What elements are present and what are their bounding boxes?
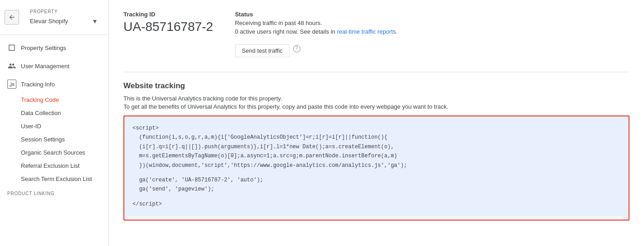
code-line-2: (function(i,s,o,g,r,a,m){i['GoogleAnalyt… [133,133,620,142]
code-line-3: (i[r].q=i[r].q||[]).push(arguments)},i[r… [133,142,620,151]
website-tracking-title: Website tracking [123,81,629,90]
sidebar-nav: Property Settings User Management .js Tr… [0,39,108,246]
code-gap-1 [133,170,620,176]
sidebar-item-property-settings[interactable]: Property Settings [0,39,108,57]
code-line-8: </script> [133,200,620,209]
tracking-code-box[interactable]: <script> (function(i,s,o,g,r,a,m){i['Goo… [124,116,629,216]
code-line-7: ga('send', 'pageview'); [133,185,620,194]
square-icon [7,43,16,52]
code-resize-handle[interactable]: ⋯ [124,216,629,220]
status-line2: 0 active users right now. See details in… [235,28,398,35]
website-tracking-section: Website tracking This is the Universal A… [123,81,629,221]
website-tracking-desc1: This is the Universal Analytics tracking… [123,95,629,102]
real-time-traffic-link[interactable]: real-time traffic reports. [337,28,397,35]
code-line-1: <script> [133,124,620,133]
code-box-wrapper: <script> (function(i,s,o,g,r,a,m){i['Goo… [123,115,629,221]
product-linking-header: PRODUCT LINKING [0,186,108,198]
sidebar-item-referral-exclusion-list[interactable]: Referral Exclusion List [0,159,108,172]
sidebar-item-data-collection[interactable]: Data Collection [0,106,108,120]
sidebar-item-tracking-info[interactable]: .js Tracking Info [0,75,108,93]
property-label: PROPERTY [23,5,104,15]
help-icon[interactable]: ? [293,45,300,52]
resize-dots-icon: ⋯ [622,216,627,220]
status-label: Status [235,11,398,18]
sidebar-item-user-id[interactable]: User-ID [0,120,108,133]
tracking-id-label: Tracking ID [123,11,213,18]
sidebar-item-tracking-code[interactable]: Tracking Code [0,93,108,106]
tracking-id-section: Tracking ID UA-85716787-2 Status Receivi… [123,11,629,57]
js-icon: .js [7,80,16,89]
main-content: Tracking ID UA-85716787-2 Status Receivi… [109,0,644,246]
chevron-down-icon: ▾ [93,17,97,25]
arrow-left-icon [8,14,15,21]
sidebar-item-property-settings-label: Property Settings [21,45,66,51]
code-line-4: m=s.getElementsByTagName(o)[0];a.async=1… [133,151,620,161]
sidebar-item-user-management-label: User Management [21,63,69,70]
section-divider [123,72,629,72]
sidebar-top: PROPERTY Elevar Shopify ▾ [0,0,108,35]
property-dropdown[interactable]: Elevar Shopify ▾ [23,15,104,29]
code-line-6: ga('create', 'UA-85716787-2', 'auto'); [133,176,620,185]
code-gap-2 [133,194,620,200]
sidebar-item-session-settings[interactable]: Session Settings [0,133,108,146]
send-test-traffic-button[interactable]: Send test traffic [235,44,290,57]
send-traffic-row: Send test traffic ? [235,40,398,57]
status-line1: Receiving traffic in past 48 hours. [235,20,398,26]
sidebar: PROPERTY Elevar Shopify ▾ Property Setti… [0,0,109,246]
code-line-5: })(window,document,'script','https://www… [133,161,620,170]
property-section: PROPERTY Elevar Shopify ▾ [23,5,104,29]
website-tracking-desc2: To get all the benefits of Universal Ana… [123,103,629,110]
sidebar-item-organic-search-sources[interactable]: Organic Search Sources [0,146,108,159]
users-icon [7,61,16,70]
tracking-info-subnav: Tracking Code Data Collection User-ID Se… [0,93,108,186]
sidebar-item-search-term-exclusion-list[interactable]: Search Term Exclusion List [0,172,108,186]
status-line2-prefix: 0 active users right now. See details in [235,28,337,35]
sidebar-item-tracking-info-label: Tracking Info [21,81,55,88]
tracking-id-block: Tracking ID UA-85716787-2 [123,11,213,57]
back-button[interactable] [5,10,19,25]
sidebar-item-user-management[interactable]: User Management [0,57,108,75]
property-name: Elevar Shopify [30,18,68,25]
status-block: Status Receiving traffic in past 48 hour… [235,11,398,57]
tracking-id-value: UA-85716787-2 [123,20,213,34]
